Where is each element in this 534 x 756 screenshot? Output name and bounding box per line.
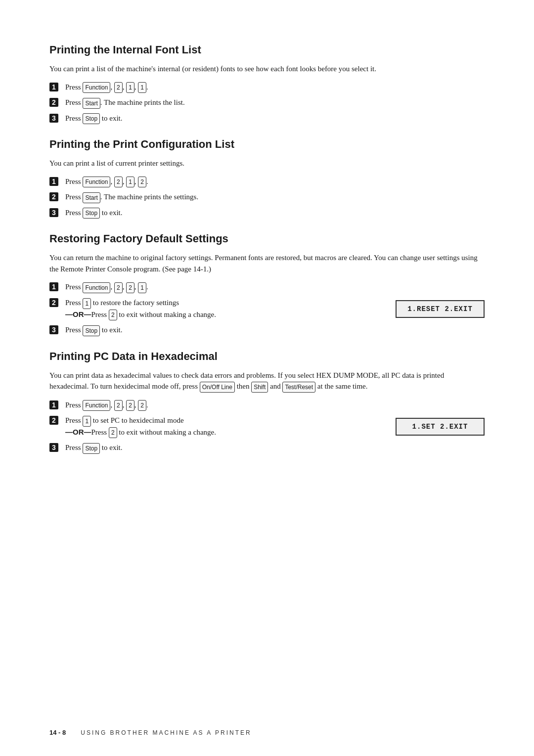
step-content: Press Start. The machine prints the sett… <box>65 191 485 203</box>
key-stop: Stop <box>83 208 100 219</box>
step-list-factory-default: 1 Press Function, 2, 2, 1. 2 Press 1 to … <box>49 281 485 336</box>
key-1: 1 <box>126 82 134 93</box>
step-item: 1 Press Function, 2, 1, 2. <box>49 176 485 188</box>
key-stop: Stop <box>83 443 100 454</box>
step-content: Press Stop to exit. <box>65 324 485 336</box>
step-number: 1 <box>49 83 58 91</box>
section-factory-default: Restoring Factory Default Settings You c… <box>49 232 485 336</box>
step-item: 1 Press Function, 2, 2, 1. <box>49 281 485 293</box>
key-1b: 1 <box>138 82 146 93</box>
or-text: —OR— <box>65 310 91 318</box>
key-2: 2 <box>109 310 117 320</box>
step-number: 3 <box>49 208 58 217</box>
step-item: 3 Press Stop to exit. <box>49 113 485 125</box>
step-number: 1 <box>49 400 58 409</box>
or-text: —OR— <box>65 428 91 436</box>
key-on-off-line: On/Off Line <box>200 382 235 393</box>
footer-page-number: 14 - 8 <box>49 729 66 736</box>
step-number: 2 <box>49 416 58 425</box>
key-1: 1 <box>83 298 91 309</box>
step-item: 1 Press Function, 2, 2, 2. <box>49 400 485 411</box>
key-2: 2 <box>114 400 123 411</box>
lcd-display-set: 1.SET 2.EXIT <box>396 418 485 436</box>
section-title-factory-default: Restoring Factory Default Settings <box>49 232 485 245</box>
step-number: 1 <box>49 282 58 291</box>
section-title-hex-dump: Printing PC Data in Hexadecimal <box>49 350 485 363</box>
step-content: Press Function, 2, 2, 2. <box>65 400 485 411</box>
step-item: 2 Press Start. The machine prints the se… <box>49 191 485 203</box>
key-2c: 2 <box>138 400 146 411</box>
step-item: 2 Press Start. The machine prints the li… <box>49 97 485 109</box>
page-footer: 14 - 8 USING BROTHER MACHINE AS A PRINTE… <box>49 729 485 736</box>
step-text: Press 1 to restore the factory settings … <box>65 297 381 320</box>
section-print-config: Printing the Print Configuration List Yo… <box>49 138 485 219</box>
step-content: Press Start. The machine prints the list… <box>65 97 485 109</box>
step-number: 2 <box>49 298 58 307</box>
step-item: 3 Press Stop to exit. <box>49 324 485 336</box>
section-intro-hex-dump: You can print data as hexadecimal values… <box>49 370 485 393</box>
page: Printing the Internal Font List You can … <box>0 0 534 756</box>
step-item: 2 Press 1 to restore the factory setting… <box>49 297 485 320</box>
step-content: Press Stop to exit. <box>65 207 485 219</box>
key-2: 2 <box>114 282 123 293</box>
key-2: 2 <box>109 427 117 438</box>
step-number: 2 <box>49 192 58 201</box>
section-internal-font-list: Printing the Internal Font List You can … <box>49 44 485 124</box>
step-content: Press Function, 2, 2, 1. <box>65 281 485 293</box>
step-list-internal-font: 1 Press Function, 2, 1, 1. 2 Press Start… <box>49 82 485 125</box>
section-intro-print-config: You can print a list of current printer … <box>49 158 485 169</box>
key-function: Function <box>83 400 110 411</box>
step-number: 2 <box>49 98 58 107</box>
key-stop: Stop <box>83 113 100 124</box>
key-test-reset: Test/Reset <box>282 382 315 393</box>
section-title-print-config: Printing the Print Configuration List <box>49 138 485 151</box>
key-start: Start <box>83 98 100 109</box>
key-1: 1 <box>138 282 146 293</box>
step-number: 3 <box>49 443 58 452</box>
step-list-print-config: 1 Press Function, 2, 1, 2. 2 Press Start… <box>49 176 485 219</box>
step-content: Press Function, 2, 1, 2. <box>65 176 485 188</box>
step-text: Press 1 to set PC to hexidecimal mode —O… <box>65 415 381 438</box>
step-content-with-display: Press 1 to set PC to hexidecimal mode —O… <box>65 415 485 438</box>
key-2: 2 <box>114 177 123 187</box>
key-2: 2 <box>114 82 123 93</box>
step-number: 1 <box>49 177 58 186</box>
key-2b: 2 <box>126 282 134 293</box>
step-item: 1 Press Function, 2, 1, 1. <box>49 82 485 93</box>
step-number: 3 <box>49 114 58 123</box>
key-1: 1 <box>83 416 91 427</box>
key-start: Start <box>83 192 100 203</box>
key-2b: 2 <box>138 177 146 187</box>
section-intro-factory-default: You can return the machine to original f… <box>49 252 485 274</box>
key-function: Function <box>83 177 110 187</box>
step-list-hex-dump: 1 Press Function, 2, 2, 2. 2 Press 1 to … <box>49 400 485 454</box>
step-number: 3 <box>49 325 58 334</box>
step-item: 3 Press Stop to exit. <box>49 207 485 219</box>
step-item: 2 Press 1 to set PC to hexidecimal mode … <box>49 415 485 438</box>
key-2b: 2 <box>126 400 134 411</box>
section-intro-internal-font: You can print a list of the machine's in… <box>49 63 485 75</box>
step-content: Press Function, 2, 1, 1. <box>65 82 485 93</box>
step-item: 3 Press Stop to exit. <box>49 442 485 454</box>
step-content: Press Stop to exit. <box>65 113 485 125</box>
footer-chapter-text: USING BROTHER MACHINE AS A PRINTER <box>81 729 251 736</box>
step-content-with-display: Press 1 to restore the factory settings … <box>65 297 485 320</box>
key-stop: Stop <box>83 325 100 336</box>
section-title-internal-font: Printing the Internal Font List <box>49 44 485 56</box>
lcd-display-reset: 1.RESET 2.EXIT <box>396 300 485 318</box>
key-shift: Shift <box>251 382 268 393</box>
section-hex-dump: Printing PC Data in Hexadecimal You can … <box>49 350 485 454</box>
step-content: Press Stop to exit. <box>65 442 485 454</box>
key-function: Function <box>83 282 110 293</box>
key-1: 1 <box>126 177 134 187</box>
key-function: Function <box>83 82 110 93</box>
